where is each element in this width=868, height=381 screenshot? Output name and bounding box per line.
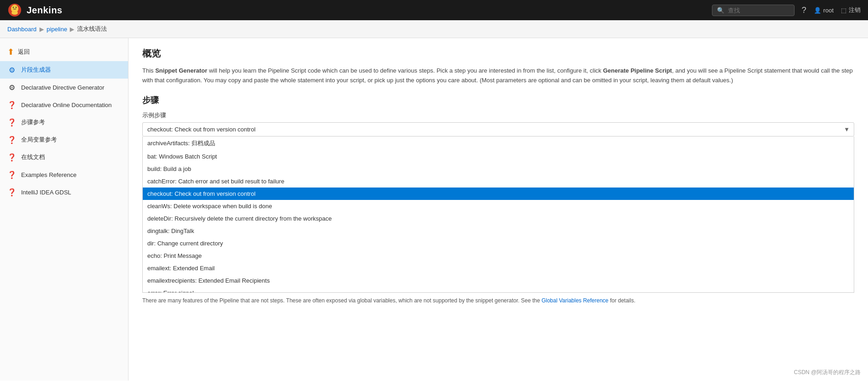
sidebar-item-online-doc[interactable]: ❓ 在线文档 <box>0 148 128 166</box>
breadcrumb-current: 流水线语法 <box>77 25 107 33</box>
dropdown-list: archiveArtifacts: 归档成品bat: Windows Batch… <box>142 136 854 293</box>
user-icon: 👤 <box>814 7 821 14</box>
list-item[interactable]: emailextrecipients: Extended Email Recip… <box>143 274 854 287</box>
sidebar-item-declarative-online-doc[interactable]: ❓ Declarative Online Documentation <box>0 96 128 114</box>
steps-title: 步骤 <box>142 95 854 106</box>
logout-button[interactable]: ⬚ 注销 <box>841 6 861 14</box>
global-variables-reference-link[interactable]: Global Variables Reference <box>542 297 609 304</box>
overview-title: 概览 <box>142 47 854 60</box>
sidebar-item-label-1: 片段生成器 <box>21 66 51 74</box>
footer-note: There are many features of the Pipeline … <box>142 296 854 305</box>
list-item[interactable]: archiveArtifacts: 归档成品 <box>143 136 854 150</box>
list-item[interactable]: error: Error signal <box>143 287 854 293</box>
list-item[interactable]: bat: Windows Batch Script <box>143 150 854 163</box>
svg-point-4 <box>13 7 14 8</box>
search-input[interactable] <box>728 7 783 14</box>
breadcrumb: Dashboard ▶ pipeline ▶ 流水线语法 <box>0 20 868 38</box>
help-icon[interactable]: ? <box>802 6 806 15</box>
list-item[interactable]: echo: Print Message <box>143 250 854 262</box>
user-label: 👤 root <box>814 7 834 14</box>
logout-icon: ⬚ <box>841 7 846 14</box>
help-icon-5: ❓ <box>7 170 17 179</box>
watermark: CSDN @阿汤哥的程序之路 <box>794 369 861 376</box>
svg-point-5 <box>16 7 17 8</box>
list-item[interactable]: emailext: Extended Email <box>143 262 854 274</box>
sidebar-item-label-6: 在线文档 <box>21 153 45 161</box>
steps-label: 示例步骤 <box>142 111 854 119</box>
sidebar-item-label-8: IntelliJ IDEA GDSL <box>21 189 71 196</box>
help-icon-1: ❓ <box>7 100 17 109</box>
list-item[interactable]: catchError: Catch error and set build re… <box>143 175 854 188</box>
sidebar-item-label-7: Examples Reference <box>21 171 77 178</box>
sidebar-item-label-3: Declarative Online Documentation <box>21 102 112 108</box>
gear-icon-2: ⚙ <box>7 83 17 92</box>
generate-script-bold: Generate Pipeline Script <box>603 67 672 74</box>
navbar: Jenkins 🔍 ? 👤 root ⬚ 注销 <box>0 0 868 20</box>
search-icon: 🔍 <box>717 7 724 14</box>
sidebar-item-intellij-gdsl[interactable]: ❓ IntelliJ IDEA GDSL <box>0 183 128 201</box>
sidebar-item-label-4: 步骤参考 <box>21 118 45 126</box>
breadcrumb-pipeline[interactable]: pipeline <box>47 26 67 33</box>
sidebar-item-step-reference[interactable]: ❓ 步骤参考 <box>0 114 128 131</box>
breadcrumb-sep-2: ▶ <box>70 26 74 33</box>
back-arrow-icon: ⬆ <box>7 47 14 57</box>
list-item[interactable]: build: Build a job <box>143 163 854 175</box>
gear-icon-1: ⚙ <box>7 65 17 74</box>
sidebar-back-button[interactable]: ⬆ 返回 <box>0 43 128 61</box>
list-item[interactable]: checkout: Check out from version control <box>143 188 854 200</box>
sidebar: ⬆ 返回 ⚙ 片段生成器 ⚙ Declarative Directive Gen… <box>0 38 129 381</box>
help-icon-3: ❓ <box>7 135 17 144</box>
svg-point-3 <box>11 11 18 15</box>
main-layout: ⬆ 返回 ⚙ 片段生成器 ⚙ Declarative Directive Gen… <box>0 38 868 381</box>
sidebar-back-label: 返回 <box>18 48 30 56</box>
content-area: 概览 This Snippet Generator will help you … <box>129 38 868 381</box>
sidebar-item-declarative-directive[interactable]: ⚙ Declarative Directive Generator <box>0 79 128 96</box>
help-icon-2: ❓ <box>7 118 17 127</box>
steps-dropdown[interactable]: archiveArtifacts: 归档成品bat: Windows Batch… <box>142 122 854 136</box>
sidebar-item-label-2: Declarative Directive Generator <box>21 84 104 91</box>
list-item[interactable]: deleteDir: Recursively delete the curren… <box>143 212 854 225</box>
help-icon-4: ❓ <box>7 153 17 162</box>
sidebar-item-label-5: 全局变量参考 <box>21 136 57 144</box>
sidebar-item-examples-reference[interactable]: ❓ Examples Reference <box>0 166 128 183</box>
navbar-left: Jenkins <box>7 3 62 17</box>
dropdown-list-container: archiveArtifacts: 归档成品bat: Windows Batch… <box>142 136 854 293</box>
navbar-right: 🔍 ? 👤 root ⬚ 注销 <box>712 5 861 16</box>
help-icon-6: ❓ <box>7 188 17 197</box>
list-item[interactable]: cleanWs: Delete workspace when build is … <box>143 200 854 212</box>
app-title: Jenkins <box>27 5 62 16</box>
breadcrumb-sep-1: ▶ <box>39 26 44 33</box>
snippet-generator-bold: Snippet Generator <box>155 67 207 74</box>
description-text: This Snippet Generator will help you lea… <box>142 66 854 85</box>
sidebar-item-global-var-reference[interactable]: ❓ 全局变量参考 <box>0 131 128 148</box>
sidebar-item-snippet-generator[interactable]: ⚙ 片段生成器 <box>0 61 128 79</box>
list-item[interactable]: dir: Change current directory <box>143 237 854 250</box>
search-box[interactable]: 🔍 <box>712 5 795 16</box>
list-item[interactable]: dingtalk: DingTalk <box>143 225 854 237</box>
steps-dropdown-wrapper: archiveArtifacts: 归档成品bat: Windows Batch… <box>142 122 854 136</box>
jenkins-logo <box>7 3 22 17</box>
breadcrumb-dashboard[interactable]: Dashboard <box>7 26 37 33</box>
